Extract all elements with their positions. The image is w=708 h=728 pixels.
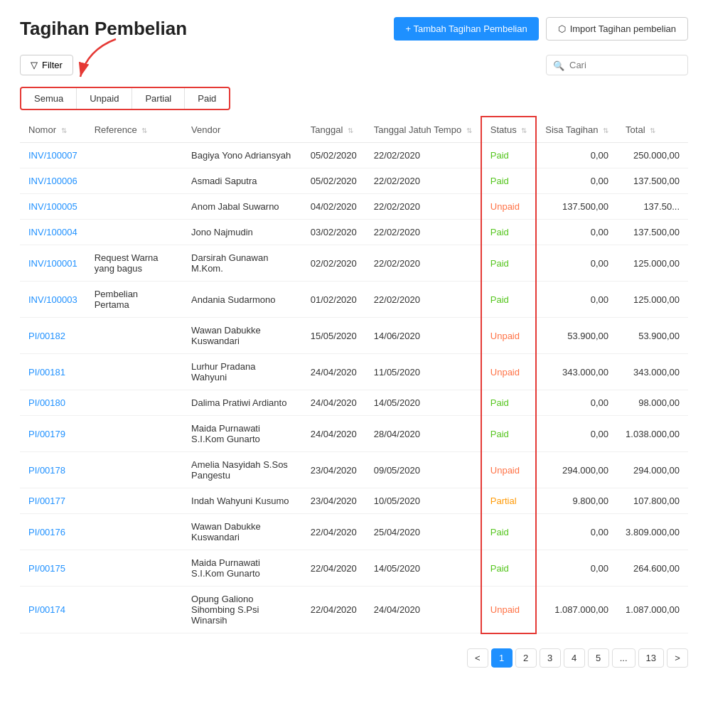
- cell-nomor[interactable]: INV/100004: [20, 220, 86, 245]
- cell-nomor[interactable]: PI/00176: [20, 514, 86, 550]
- cell-nomor[interactable]: PI/00181: [20, 354, 86, 390]
- cell-vendor: Bagiya Yono Adriansyah: [183, 143, 302, 168]
- cell-tanggal: 24/04/2020: [302, 354, 365, 390]
- cell-reference: Pembelian Pertama: [86, 282, 183, 318]
- cell-nomor[interactable]: INV/100006: [20, 168, 86, 194]
- cell-status: Unpaid: [481, 452, 536, 488]
- cell-tanggal: 24/04/2020: [302, 416, 365, 452]
- table-row: PI/00178 Amelia Nasyidah S.Sos Pangestu …: [20, 452, 688, 488]
- page-btn-13[interactable]: 13: [638, 648, 664, 668]
- page-ellipsis: ...: [612, 648, 635, 668]
- cell-tanggal: 24/04/2020: [302, 390, 365, 416]
- col-nomor: Nomor ⇅: [20, 117, 86, 143]
- cell-reference: [86, 168, 183, 194]
- cell-status: Paid: [481, 168, 536, 194]
- cell-nomor[interactable]: PI/00182: [20, 318, 86, 354]
- table-row: PI/00175 Maida Purnawati S.I.Kom Gunarto…: [20, 550, 688, 587]
- cell-nomor[interactable]: INV/100001: [20, 245, 86, 282]
- table-row: INV/100003 Pembelian Pertama Andania Sud…: [20, 282, 688, 318]
- cell-nomor[interactable]: PI/00178: [20, 452, 86, 488]
- cell-nomor[interactable]: PI/00177: [20, 488, 86, 514]
- search-box: 🔍: [546, 55, 688, 75]
- table-header-row: Nomor ⇅ Reference ⇅ Vendor Tanggal ⇅ Tan…: [20, 117, 688, 143]
- page-btn-1[interactable]: 1: [491, 648, 513, 668]
- cell-nomor[interactable]: PI/00175: [20, 550, 86, 587]
- page-header: Tagihan Pembelian + Tambah Tagihan Pembe…: [20, 17, 688, 41]
- cell-nomor[interactable]: PI/00174: [20, 587, 86, 633]
- page-btn-4[interactable]: 4: [564, 648, 585, 668]
- table-row: INV/100005 Anom Jabal Suwarno 04/02/2020…: [20, 194, 688, 220]
- cell-tanggal-jatuh-tempo: 14/05/2020: [365, 390, 481, 416]
- cell-status: Partial: [481, 488, 536, 514]
- cell-vendor: Opung Galiono Sihombing S.Psi Winarsih: [183, 587, 302, 633]
- table-row: PI/00179 Maida Purnawati S.I.Kom Gunarto…: [20, 416, 688, 452]
- cell-status: Paid: [481, 390, 536, 416]
- cell-tanggal: 22/04/2020: [302, 514, 365, 550]
- cell-total: 250.000,00: [617, 143, 688, 168]
- cell-nomor[interactable]: PI/00180: [20, 390, 86, 416]
- col-status: Status ⇅: [481, 117, 536, 143]
- cell-total: 137.50...: [617, 194, 688, 220]
- table-row: PI/00176 Wawan Dabukke Kuswandari 22/04/…: [20, 514, 688, 550]
- cell-nomor[interactable]: INV/100007: [20, 143, 86, 168]
- sort-icon-tanggal: ⇅: [348, 127, 353, 134]
- cell-total: 264.600,00: [617, 550, 688, 587]
- sort-icon-jatuh: ⇅: [466, 127, 472, 134]
- page-container: Tagihan Pembelian + Tambah Tagihan Pembe…: [0, 0, 708, 685]
- cell-reference: [86, 194, 183, 220]
- table-row: PI/00177 Indah Wahyuni Kusumo 23/04/2020…: [20, 488, 688, 514]
- cell-status: Unpaid: [481, 354, 536, 390]
- page-btn-5[interactable]: 5: [588, 648, 609, 668]
- cell-vendor: Wawan Dabukke Kuswandari: [183, 514, 302, 550]
- cell-vendor: Amelia Nasyidah S.Sos Pangestu: [183, 452, 302, 488]
- cell-reference: [86, 550, 183, 587]
- sort-icon-sisa: ⇅: [603, 127, 608, 134]
- cell-reference: [86, 587, 183, 633]
- cell-reference: [86, 390, 183, 416]
- add-tagihan-button[interactable]: + Tambah Tagihan Pembelian: [394, 17, 538, 41]
- cell-nomor[interactable]: INV/100005: [20, 194, 86, 220]
- import-tagihan-button[interactable]: ⬡ Import Tagihan pembelian: [546, 17, 688, 41]
- cell-total: 125.000,00: [617, 245, 688, 282]
- sort-icon-nomor: ⇅: [61, 127, 67, 134]
- next-page-button[interactable]: >: [667, 648, 688, 668]
- cell-status: Paid: [481, 220, 536, 245]
- sort-icon-reference: ⇅: [141, 127, 147, 134]
- page-btn-3[interactable]: 3: [540, 648, 561, 668]
- tab-paid[interactable]: Paid: [185, 88, 229, 109]
- cell-total: 1.038.000,00: [617, 416, 688, 452]
- search-icon: 🔍: [553, 60, 564, 70]
- cell-tanggal-jatuh-tempo: 22/02/2020: [365, 220, 481, 245]
- table-row: PI/00174 Opung Galiono Sihombing S.Psi W…: [20, 587, 688, 633]
- cell-sisa-tagihan: 0,00: [536, 245, 617, 282]
- sort-icon-status: ⇅: [521, 127, 527, 134]
- page-btn-2[interactable]: 2: [515, 648, 537, 668]
- cell-tanggal-jatuh-tempo: 22/02/2020: [365, 245, 481, 282]
- toolbar: ▽ Filter 🔍: [20, 55, 688, 75]
- import-icon: ⬡: [558, 23, 566, 34]
- cell-tanggal: 04/02/2020: [302, 194, 365, 220]
- invoices-table: Nomor ⇅ Reference ⇅ Vendor Tanggal ⇅ Tan…: [20, 116, 688, 634]
- cell-nomor[interactable]: PI/00179: [20, 416, 86, 452]
- cell-total: 125.000,00: [617, 282, 688, 318]
- cell-sisa-tagihan: 0,00: [536, 390, 617, 416]
- cell-reference: Request Warna yang bagus: [86, 245, 183, 282]
- prev-page-button[interactable]: <: [467, 648, 488, 668]
- cell-tanggal-jatuh-tempo: 11/05/2020: [365, 354, 481, 390]
- cell-nomor[interactable]: INV/100003: [20, 282, 86, 318]
- cell-tanggal: 15/05/2020: [302, 318, 365, 354]
- cell-status: Paid: [481, 416, 536, 452]
- cell-sisa-tagihan: 294.000,00: [536, 452, 617, 488]
- cell-sisa-tagihan: 0,00: [536, 416, 617, 452]
- filter-button[interactable]: ▽ Filter: [20, 55, 73, 75]
- search-input[interactable]: [546, 55, 688, 75]
- tab-partial[interactable]: Partial: [132, 88, 185, 109]
- cell-sisa-tagihan: 1.087.000,00: [536, 587, 617, 633]
- tab-unpaid[interactable]: Unpaid: [77, 88, 132, 109]
- table-row: INV/100007 Bagiya Yono Adriansyah 05/02/…: [20, 143, 688, 168]
- tab-semua[interactable]: Semua: [21, 88, 77, 109]
- cell-sisa-tagihan: 343.000,00: [536, 354, 617, 390]
- cell-vendor: Asmadi Saputra: [183, 168, 302, 194]
- cell-tanggal-jatuh-tempo: 22/02/2020: [365, 168, 481, 194]
- cell-tanggal-jatuh-tempo: 25/04/2020: [365, 514, 481, 550]
